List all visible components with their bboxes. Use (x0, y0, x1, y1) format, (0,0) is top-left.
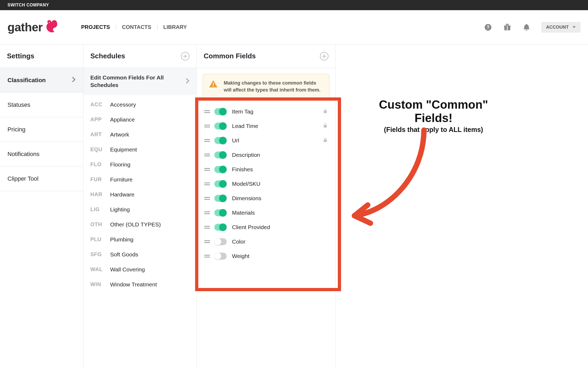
field-toggle[interactable] (214, 137, 227, 144)
field-toggle[interactable] (214, 224, 227, 231)
schedule-name: Soft Goods (110, 251, 138, 258)
field-toggle[interactable] (214, 195, 227, 202)
field-toggle[interactable] (214, 209, 227, 216)
common-fields-header: Common Fields (197, 44, 335, 68)
drag-handle-icon[interactable] (204, 226, 210, 229)
account-dropdown[interactable]: ACCOUNT (541, 22, 581, 33)
schedule-row-win[interactable]: WINWindow Treatment (83, 277, 196, 292)
settings-item-classification[interactable]: Classification (0, 68, 83, 93)
field-row-description: Description (203, 149, 330, 161)
header: gather PROJECTS CONTACTS LIBRARY ? ACCOU… (0, 10, 588, 44)
schedule-code: OTH (90, 221, 105, 227)
field-toggle[interactable] (214, 180, 227, 187)
drag-handle-icon[interactable] (204, 183, 210, 185)
schedule-name: Lighting (110, 206, 130, 213)
field-row-url: Url (203, 134, 330, 147)
drag-handle-icon[interactable] (204, 110, 210, 113)
schedules-header: Schedules (83, 44, 196, 68)
nav-contacts[interactable]: CONTACTS (116, 24, 157, 30)
drag-handle-icon[interactable] (204, 240, 210, 243)
nav-projects[interactable]: PROJECTS (75, 24, 116, 30)
field-row-dimensions: Dimensions (203, 192, 330, 204)
schedule-row-har[interactable]: HARHardware (83, 187, 196, 202)
field-toggle[interactable] (214, 108, 227, 115)
company-bar: SWITCH COMPANY (0, 0, 588, 10)
schedule-row-equ[interactable]: EQUEquipment (83, 142, 196, 157)
drag-handle-icon[interactable] (204, 168, 210, 171)
account-label: ACCOUNT (546, 25, 569, 30)
schedule-row-lig[interactable]: LIGLighting (83, 202, 196, 217)
field-toggle[interactable] (214, 151, 227, 158)
field-label: Lead Time (231, 123, 318, 129)
schedule-row-wal[interactable]: WALWall Covering (83, 262, 196, 277)
field-label: Description (231, 152, 328, 158)
schedule-code: HAR (90, 191, 105, 198)
chevron-right-icon (186, 78, 189, 85)
schedule-name: Hardware (110, 191, 134, 198)
schedule-row-acc[interactable]: ACCAccessory (83, 97, 196, 112)
schedule-row-plu[interactable]: PLUPlumbing (83, 232, 196, 247)
lock-icon (323, 108, 328, 115)
schedule-row-oth[interactable]: OTHOther (OLD TYPES) (83, 217, 196, 232)
bell-icon[interactable] (522, 23, 531, 32)
logo[interactable]: gather (7, 20, 59, 35)
schedule-name: Plumbing (110, 236, 134, 243)
drag-handle-icon[interactable] (204, 154, 210, 156)
common-fields-panel: Common Fields Making changes to these co… (197, 44, 336, 368)
svg-rect-5 (213, 83, 214, 85)
warning-banner: Making changes to these common fields wi… (203, 74, 330, 99)
field-label: Item Tag (231, 108, 318, 115)
settings-item-pricing[interactable]: Pricing (0, 117, 83, 142)
nav-library[interactable]: LIBRARY (157, 24, 193, 30)
field-row-client-provided: Client Provided (203, 221, 330, 233)
field-label: Finishes (231, 166, 328, 173)
schedule-name: Equipment (110, 146, 137, 153)
field-row-item-tag: Item Tag (203, 105, 330, 118)
schedule-code: FUR (90, 176, 105, 183)
schedule-row-flo[interactable]: FLOFlooring (83, 157, 196, 172)
settings-item-clipper-tool[interactable]: Clipper Tool (0, 166, 83, 191)
schedule-code: EQU (90, 146, 105, 153)
schedule-row-fur[interactable]: FURFurniture (83, 172, 196, 187)
drag-handle-icon[interactable] (204, 211, 210, 214)
add-common-field-button[interactable] (320, 52, 328, 60)
settings-title: Settings (0, 44, 83, 68)
field-toggle[interactable] (214, 123, 227, 130)
field-toggle[interactable] (214, 166, 227, 173)
settings-item-statuses[interactable]: Statuses (0, 93, 83, 117)
field-label: Model/SKU (231, 181, 328, 187)
field-label: Dimensions (231, 195, 328, 202)
gift-icon[interactable] (503, 23, 512, 32)
drag-handle-icon[interactable] (204, 197, 210, 200)
field-toggle[interactable] (214, 253, 227, 260)
schedule-name: Artwork (110, 131, 129, 138)
schedule-name: Furniture (110, 176, 133, 183)
schedule-code: WAL (90, 266, 105, 272)
edit-common-fields-row[interactable]: Edit Common Fields For All Schedules (83, 68, 196, 95)
main-nav: PROJECTS CONTACTS LIBRARY (75, 24, 193, 30)
field-toggle[interactable] (214, 238, 227, 245)
schedule-code: APP (90, 116, 105, 123)
settings-item-notifications[interactable]: Notifications (0, 142, 83, 166)
help-icon[interactable]: ? (483, 23, 493, 32)
schedule-row-app[interactable]: APPAppliance (83, 112, 196, 127)
field-row-weight: Weight (203, 250, 330, 262)
svg-rect-4 (507, 25, 508, 30)
drag-handle-icon[interactable] (204, 125, 210, 127)
field-label: Url (231, 137, 318, 144)
settings-item-label: Notifications (7, 151, 40, 158)
squirrel-icon (44, 19, 59, 34)
schedule-row-art[interactable]: ARTArtwork (83, 127, 196, 142)
schedules-panel: Schedules Edit Common Fields For All Sch… (83, 44, 197, 368)
body: Settings ClassificationStatusesPricingNo… (0, 44, 588, 368)
drag-handle-icon[interactable] (204, 139, 210, 142)
schedule-row-sfg[interactable]: SFGSoft Goods (83, 247, 196, 262)
settings-item-label: Pricing (7, 126, 25, 133)
switch-company-link[interactable]: SWITCH COMPANY (7, 3, 49, 7)
schedules-title: Schedules (90, 52, 125, 60)
field-row-color: Color (203, 236, 330, 248)
add-schedule-button[interactable] (181, 52, 189, 60)
logo-text: gather (7, 21, 42, 34)
schedule-name: Flooring (110, 161, 130, 168)
drag-handle-icon[interactable] (204, 255, 210, 257)
